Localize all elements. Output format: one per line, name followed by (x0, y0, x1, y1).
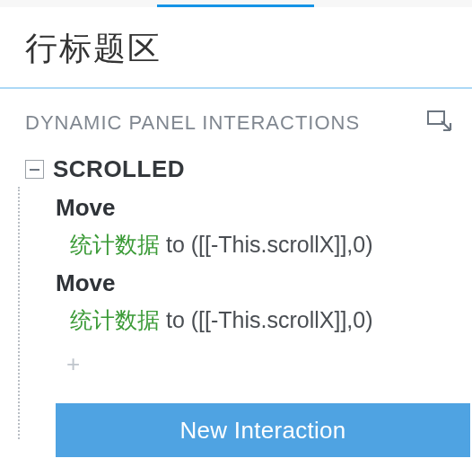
minus-icon (30, 169, 39, 171)
action-label: Move (56, 269, 452, 297)
top-tab-strip (0, 0, 472, 7)
action-expression: to ([[-This.scrollX]],0) (160, 232, 373, 257)
action-detail: 统计数据 to ([[-This.scrollX]],0) (70, 304, 452, 336)
tree-guide-line (18, 187, 20, 439)
active-tab-indicator (157, 4, 314, 7)
collapse-toggle-icon[interactable] (25, 160, 44, 179)
action-item[interactable]: Move 统计数据 to ([[-This.scrollX]],0) (56, 269, 452, 336)
actions-list: Move 统计数据 to ([[-This.scrollX]],0) Move … (56, 194, 452, 457)
new-interaction-button[interactable]: New Interaction (56, 403, 470, 457)
action-detail: 统计数据 to ([[-This.scrollX]],0) (70, 229, 452, 260)
action-target: 统计数据 (70, 307, 160, 332)
new-interaction-label: New Interaction (179, 417, 345, 445)
plus-icon: + (66, 350, 80, 377)
add-action-button[interactable]: + (66, 350, 452, 378)
action-label: Move (56, 194, 452, 222)
action-target: 统计数据 (70, 232, 160, 257)
section-title: DYNAMIC PANEL INTERACTIONS (25, 111, 360, 135)
action-expression: to ([[-This.scrollX]],0) (160, 307, 373, 332)
title-row: 行标题区 (0, 7, 472, 87)
event-name: SCROLLED (53, 155, 185, 183)
action-item[interactable]: Move 统计数据 to ([[-This.scrollX]],0) (56, 194, 452, 260)
create-link-icon[interactable] (427, 110, 452, 136)
interactions-section: DYNAMIC PANEL INTERACTIONS SCROLLED Move… (0, 89, 472, 457)
section-header: DYNAMIC PANEL INTERACTIONS (25, 110, 452, 136)
page-title: 行标题区 (25, 27, 447, 71)
event-row[interactable]: SCROLLED (25, 155, 452, 183)
